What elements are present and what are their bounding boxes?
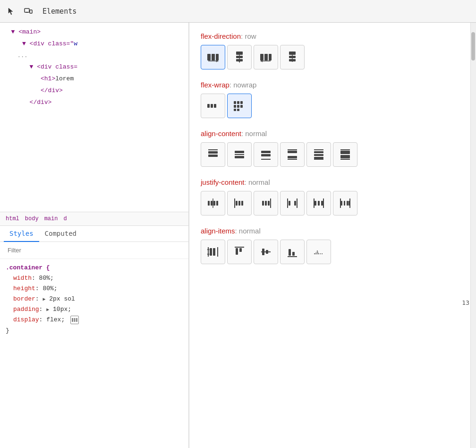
flex-wrap-nowrap-btn[interactable] [201,94,225,118]
svg-rect-87 [262,249,264,255]
align-content-label: align-content: normal [201,129,459,138]
css-close: } [6,326,183,336]
flex-direction-section: flex-direction: row [201,32,459,69]
justify-content-section: justify-content: normal [201,178,459,215]
css-display[interactable]: display: flex; [6,315,183,325]
justify-content-around-btn[interactable] [306,191,331,215]
top-toolbar: Elements [0,0,476,23]
dom-line-close-div2[interactable]: </div> [0,97,188,109]
svg-rect-62 [265,201,267,206]
flex-display-icon[interactable] [70,316,79,324]
device-icon[interactable] [22,5,35,18]
flex-wrap-section: flex-wrap: nowrap [201,81,459,118]
dom-tree: ▼ <main> ▼ <div class="w ... ▼ <div clas… [0,23,188,212]
svg-rect-63 [268,201,270,206]
svg-rect-49 [340,151,350,154]
dom-line-div1[interactable]: ▼ <div class="w [0,38,188,50]
svg-rect-71 [318,201,320,206]
dom-line-div2[interactable]: ▼ <div class= [0,61,188,73]
breadcrumb-html[interactable]: html [4,215,21,223]
flex-wrap-buttons [201,94,459,118]
breadcrumb: html body main d [0,212,188,226]
css-selector-line: .container { [6,263,183,273]
filter-input[interactable] [4,245,185,256]
main-content: ▼ <main> ▼ <div class="w ... ▼ <div clas… [0,23,476,448]
align-content-between-btn[interactable] [280,142,305,167]
tab-styles[interactable]: Styles [4,226,39,242]
svg-rect-36 [261,154,271,156]
svg-rect-27 [234,109,236,111]
right-scrollbar[interactable] [470,23,476,448]
breadcrumb-body[interactable]: body [23,215,41,223]
svg-rect-22 [237,101,239,104]
flex-direction-row-btn[interactable] [201,45,225,69]
svg-rect-41 [288,156,297,158]
css-width[interactable]: width: 80%; [6,273,183,284]
svg-rect-61 [262,201,264,206]
svg-rect-8 [216,54,219,60]
svg-rect-1 [30,10,32,13]
css-border[interactable]: border: ▶ 2px sol [6,294,183,304]
svg-rect-77 [347,201,348,206]
svg-rect-23 [240,101,243,104]
align-content-start-btn[interactable] [201,142,225,167]
svg-rect-82 [213,248,215,256]
align-content-stretch-btn[interactable] [333,142,357,167]
align-items-end-btn[interactable] [280,240,305,264]
flex-direction-label: flex-direction: row [201,32,459,40]
flex-direction-column-reverse-btn[interactable] [280,45,305,69]
inspect-icon[interactable] [5,5,18,18]
align-items-buttons: A [201,240,459,264]
svg-rect-3 [72,318,73,322]
svg-rect-78 [348,201,350,206]
align-items-center-btn[interactable] [254,240,278,264]
breadcrumb-d[interactable]: d [61,215,68,223]
justify-content-between-btn[interactable] [280,191,305,215]
tab-computed[interactable]: Computed [39,226,82,242]
dom-panel: ▼ <main> ▼ <div class="w ... ▼ <div clas… [0,23,189,448]
svg-rect-44 [314,151,323,153]
svg-rect-85 [239,248,242,252]
svg-rect-20 [214,104,216,108]
scrollbar-thumb[interactable] [471,32,475,60]
justify-content-buttons [201,191,459,215]
align-content-end-btn[interactable] [254,142,278,167]
svg-rect-59 [241,201,243,206]
justify-content-end-btn[interactable] [254,191,278,215]
svg-rect-19 [211,104,213,108]
align-content-center-btn[interactable] [227,142,252,167]
dom-line-close-div[interactable]: </div> [0,85,188,97]
svg-rect-67 [294,201,296,206]
svg-rect-76 [344,201,345,206]
align-items-section: align-items: normal [201,227,459,264]
svg-rect-51 [208,201,210,206]
dom-line-main[interactable]: ▼ <main> [0,26,188,38]
justify-content-label: justify-content: normal [201,178,459,186]
flex-editor-panel: flex-direction: row [189,23,470,448]
align-content-section: align-content: normal [201,129,459,167]
justify-content-center-btn[interactable] [201,191,225,215]
svg-rect-5 [76,318,77,322]
css-padding[interactable]: padding: ▶ 10px; [6,304,183,315]
svg-rect-4 [74,318,76,322]
elements-tab[interactable]: Elements [39,5,80,17]
svg-rect-46 [314,157,323,159]
svg-rect-45 [314,154,323,156]
breadcrumb-main[interactable]: main [42,215,60,223]
align-items-stretch-btn[interactable] [201,240,225,264]
align-items-baseline-btn[interactable]: A [306,240,331,264]
justify-content-start-btn[interactable] [227,191,252,215]
css-height[interactable]: height: 80%; [6,284,183,294]
flex-wrap-wrap-btn[interactable] [227,94,252,118]
align-items-label: align-items: normal [201,227,459,235]
justify-content-evenly-btn[interactable] [333,191,357,215]
svg-rect-31 [208,155,218,157]
svg-rect-0 [25,9,29,12]
svg-rect-88 [266,250,268,254]
align-content-around-btn[interactable] [306,142,331,167]
flex-direction-column-btn[interactable] [227,45,252,69]
svg-rect-66 [289,201,290,206]
dom-line-h1[interactable]: <h1>lorem [0,73,188,85]
flex-direction-row-reverse-btn[interactable] [254,45,278,69]
align-items-start-btn[interactable] [227,240,252,264]
